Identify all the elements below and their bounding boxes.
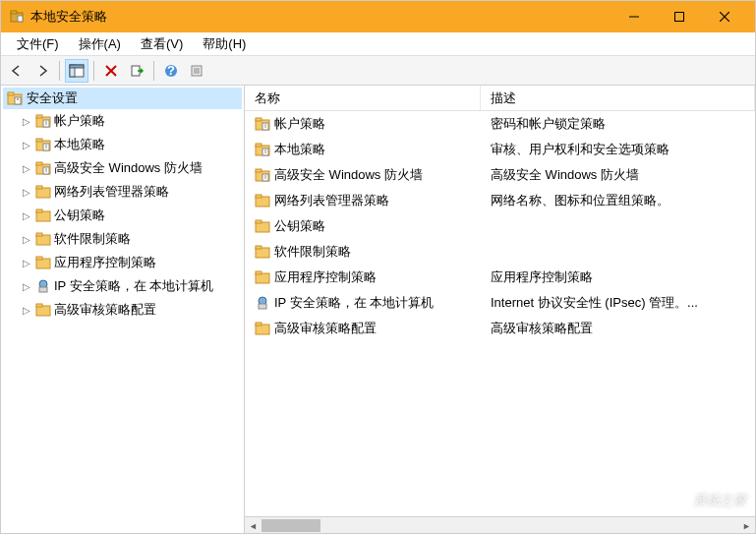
list-row[interactable]: 本地策略审核、用户权利和安全选项策略 [245,137,755,162]
tree-item[interactable]: ▷应用程序控制策略 [3,251,242,274]
list-cell-name: 高级审核策略配置 [245,319,481,338]
list-cell-name: 本地策略 [245,140,481,159]
tree-item-label: 高级审核策略配置 [54,301,156,319]
svg-rect-2 [18,16,23,22]
tree-item[interactable]: ▷网络列表管理器策略 [3,180,242,204]
maximize-button[interactable] [657,1,702,32]
tree-item[interactable]: ▷本地策略 [3,133,242,156]
scroll-thumb[interactable] [262,519,320,532]
list-row[interactable]: 高级审核策略配置高级审核策略配置 [245,316,755,341]
column-header-description[interactable]: 描述 [481,86,755,110]
list-cell-description: 应用程序控制策略 [481,267,755,287]
list-row[interactable]: 帐户策略密码和帐户锁定策略 [245,111,755,137]
list-body: 帐户策略密码和帐户锁定策略本地策略审核、用户权利和安全选项策略高级安全 Wind… [245,111,755,516]
svg-rect-41 [36,209,42,212]
tree-root-label: 安全设置 [27,89,78,107]
menu-view[interactable]: 查看(V) [131,32,193,56]
app-icon [9,9,25,25]
close-button[interactable] [702,1,747,32]
expand-icon[interactable]: ▷ [21,257,32,268]
tree-item[interactable]: ▷帐户策略 [3,109,242,133]
list-row[interactable]: IP 安全策略，在 本地计算机Internet 协议安全性 (IPsec) 管理… [245,290,755,316]
svg-rect-29 [36,139,42,142]
help-button[interactable]: ? [159,59,183,83]
properties-button[interactable] [185,59,208,83]
svg-rect-70 [256,246,262,249]
tree-panel: 安全设置 ▷帐户策略▷本地策略▷高级安全 Windows 防火墙▷网络列表管理器… [1,86,245,533]
list-row[interactable]: 高级安全 Windows 防火墙高级安全 Windows 防火墙 [245,162,755,188]
list-cell-name: 帐户策略 [245,114,481,134]
svg-rect-68 [256,220,262,223]
list-row[interactable]: 应用程序控制策略应用程序控制策略 [245,265,755,290]
list-row[interactable]: 网络列表管理器策略网络名称、图标和位置组策略。 [245,188,755,213]
list-cell-name: 高级安全 Windows 防火墙 [245,165,481,185]
menu-bar: 文件(F) 操作(A) 查看(V) 帮助(H) [1,32,755,56]
tree-item[interactable]: ▷公钥策略 [3,204,242,227]
list-header: 名称 描述 [245,86,755,111]
delete-button[interactable] [99,59,123,83]
forward-button[interactable] [30,59,54,83]
svg-rect-34 [36,162,42,165]
minimize-button[interactable] [611,1,657,32]
list-cell-description: 网络名称、图标和位置组策略。 [481,191,755,210]
list-cell-description: 审核、用户权利和安全选项策略 [481,140,755,159]
svg-rect-45 [36,257,42,260]
svg-rect-4 [675,13,684,22]
list-cell-name: IP 安全策略，在 本地计算机 [245,293,481,313]
svg-rect-56 [256,144,262,147]
svg-rect-20 [8,92,14,95]
svg-point-22 [17,98,19,100]
expand-icon[interactable]: ▷ [21,304,32,316]
svg-text:?: ? [167,64,175,78]
tree-item[interactable]: ▷高级审核策略配置 [3,298,242,322]
expand-icon[interactable]: ▷ [21,233,32,245]
tree-item-label: 帐户策略 [54,112,105,130]
list-cell-description: 高级审核策略配置 [481,319,755,338]
tree-item-label: 网络列表管理器策略 [54,183,169,201]
list-cell-description: 密码和帐户锁定策略 [481,114,755,134]
tree-root-security-settings[interactable]: 安全设置 [3,88,242,109]
svg-rect-9 [70,65,84,68]
window-title: 本地安全策略 [30,8,611,26]
scroll-right-arrow[interactable]: ► [738,517,755,533]
toolbar: ? [1,56,755,86]
tree-item-label: 公钥策略 [54,207,105,224]
list-cell-description [481,216,755,236]
tree-item-label: IP 安全策略，在 本地计算机 [54,277,213,295]
svg-rect-61 [256,169,262,172]
back-button[interactable] [5,59,29,83]
list-panel: 名称 描述 帐户策略密码和帐户锁定策略本地策略审核、用户权利和安全选项策略高级安… [245,86,755,533]
list-cell-description: 高级安全 Windows 防火墙 [481,165,755,185]
tree-item[interactable]: ▷IP 安全策略，在 本地计算机 [3,274,242,298]
show-tree-button[interactable] [65,59,88,83]
menu-help[interactable]: 帮助(H) [193,32,256,56]
svg-rect-43 [36,233,42,236]
horizontal-scrollbar[interactable]: ◄ ► [245,516,755,533]
tree-item-label: 软件限制策略 [54,230,131,248]
menu-action[interactable]: 操作(A) [69,32,131,56]
tree-item[interactable]: ▷软件限制策略 [3,227,242,251]
list-row[interactable]: 公钥策略 [245,213,755,239]
toolbar-separator [59,61,60,81]
list-cell-name: 公钥策略 [245,216,481,236]
export-button[interactable] [125,59,148,83]
expand-icon[interactable]: ▷ [21,162,32,174]
title-bar: 本地安全策略 [1,1,755,32]
menu-file[interactable]: 文件(F) [7,32,69,56]
list-row[interactable]: 软件限制策略 [245,239,755,265]
column-header-name[interactable]: 名称 [245,86,481,110]
tree-item[interactable]: ▷高级安全 Windows 防火墙 [3,156,242,180]
expand-icon[interactable]: ▷ [21,139,32,150]
svg-rect-47 [39,287,47,292]
scroll-left-arrow[interactable]: ◄ [245,517,262,533]
expand-icon[interactable]: ▷ [21,115,32,127]
svg-rect-76 [256,323,262,326]
tree-item-label: 高级安全 Windows 防火墙 [54,159,203,177]
expand-icon[interactable]: ▷ [21,186,32,198]
svg-rect-24 [36,115,42,118]
window-controls [611,1,747,32]
svg-rect-51 [256,118,262,121]
list-cell-name: 应用程序控制策略 [245,267,481,287]
expand-icon[interactable]: ▷ [21,209,32,221]
expand-icon[interactable]: ▷ [21,280,32,292]
